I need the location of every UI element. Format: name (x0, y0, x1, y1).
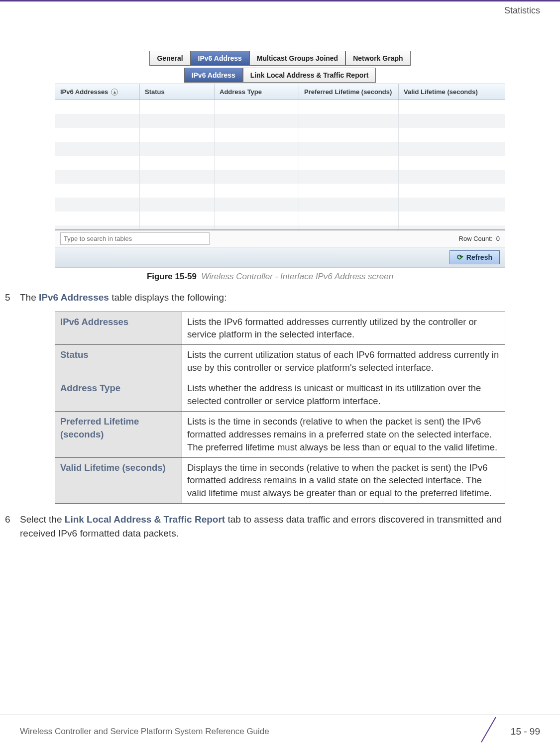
table-row: Address Type Lists whether the address i… (55, 378, 505, 412)
tabs-primary: General IPv6 Address Multicast Groups Jo… (55, 51, 505, 66)
tab-general[interactable]: General (149, 51, 190, 66)
tab-multicast-groups[interactable]: Multicast Groups Joined (249, 51, 345, 66)
term: IPv6 Addresses (55, 312, 182, 345)
tab-network-graph[interactable]: Network Graph (345, 51, 410, 66)
page-footer: Wireless Controller and Service Platform… (0, 715, 560, 744)
term: Status (55, 345, 182, 378)
section-header: Statistics (0, 1, 560, 16)
refresh-label: Refresh (466, 253, 492, 261)
figure-caption: Figure 15-59 Wireless Controller - Inter… (0, 272, 540, 282)
table-row: Valid Lifetime (seconds) Displays the ti… (55, 457, 505, 504)
term: Preferred Lifetime (seconds) (55, 411, 182, 457)
refresh-button[interactable]: ⟳ Refresh (449, 250, 500, 264)
row-count: Row Count: 0 (459, 235, 500, 242)
table-footer: Row Count: 0 (55, 229, 505, 247)
definition: Lists the current utilization status of … (182, 345, 505, 378)
figure-title: Wireless Controller - Interface IPv6 Add… (201, 272, 393, 281)
col-status[interactable]: Status (140, 84, 215, 100)
text: The (20, 292, 39, 303)
definition: Lists the IPv6 formatted addresses curre… (182, 312, 505, 345)
definition: Lists whether the address is unicast or … (182, 378, 505, 412)
guide-title: Wireless Controller and Service Platform… (20, 727, 269, 737)
page-content: General IPv6 Address Multicast Groups Jo… (0, 16, 560, 540)
row-count-value: 0 (496, 235, 500, 242)
refresh-icon: ⟳ (457, 253, 463, 262)
text: Select the (20, 514, 65, 525)
col-valid-lifetime[interactable]: Valid Lifetime (seconds) (399, 84, 505, 100)
col-address-type[interactable]: Address Type (215, 84, 299, 100)
page-number-wrap: 15 - 99 (483, 719, 540, 744)
action-bar: ⟳ Refresh (55, 247, 505, 268)
term: Valid Lifetime (seconds) (55, 457, 182, 504)
row-count-label: Row Count: (459, 235, 493, 242)
sort-asc-icon[interactable]: ▲ (111, 89, 118, 96)
term: Address Type (55, 378, 182, 412)
table-body (55, 100, 505, 229)
col-ipv6-addresses[interactable]: IPv6 Addresses ▲ (55, 84, 140, 100)
ui-screenshot: General IPv6 Address Multicast Groups Jo… (55, 51, 505, 268)
table-header: IPv6 Addresses ▲ Status Address Type Pre… (55, 84, 505, 100)
tab-ipv6-address[interactable]: IPv6 Address (191, 51, 249, 66)
table-row: Status Lists the current utilization sta… (55, 345, 505, 378)
col-label: IPv6 Addresses (60, 88, 108, 96)
step-6: 6 Select the Link Local Address & Traffi… (5, 513, 540, 540)
definition: Displays the time in seconds (relative t… (182, 457, 505, 504)
page-number: 15 - 99 (511, 726, 540, 737)
subtab-link-local[interactable]: Link Local Address & Traffic Report (243, 68, 376, 83)
keyword-link-local: Link Local Address & Traffic Report (65, 514, 225, 525)
subtab-ipv6-address[interactable]: IPv6 Address (184, 68, 243, 83)
step-number: 5 (5, 291, 20, 305)
page-divider-icon (483, 719, 508, 744)
definitions-table: IPv6 Addresses Lists the IPv6 formatted … (55, 312, 505, 504)
step-number: 6 (5, 513, 20, 540)
definition: Lists is the time in seconds (relative t… (182, 411, 505, 457)
figure-number: Figure 15-59 (147, 272, 197, 281)
step-text: Select the Link Local Address & Traffic … (20, 513, 540, 540)
search-input[interactable] (60, 232, 210, 245)
table-row: IPv6 Addresses Lists the IPv6 formatted … (55, 312, 505, 345)
step-5: 5 The IPv6 Addresses table displays the … (5, 291, 540, 305)
step-text: The IPv6 Addresses table displays the fo… (20, 291, 540, 305)
keyword-ipv6-addresses: IPv6 Addresses (39, 292, 109, 303)
tabs-secondary: IPv6 Address Link Local Address & Traffi… (55, 68, 505, 83)
col-preferred-lifetime[interactable]: Preferred Lifetime (seconds) (299, 84, 399, 100)
text: table displays the following: (109, 292, 227, 303)
table-row: Preferred Lifetime (seconds) Lists is th… (55, 411, 505, 457)
